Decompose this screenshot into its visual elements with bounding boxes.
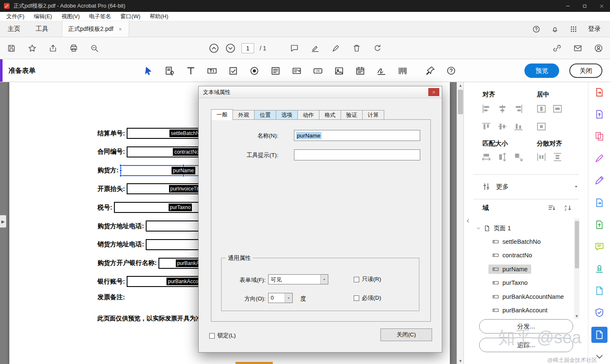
preview-button[interactable]: 预览 bbox=[524, 63, 559, 78]
tree-field-chip[interactable]: settleBatchNo bbox=[488, 237, 544, 246]
align-left-icon[interactable] bbox=[481, 103, 492, 114]
dialog-title-bar[interactable]: 文本域属性 bbox=[199, 86, 442, 98]
distribute-vertical-icon[interactable] bbox=[552, 152, 563, 163]
export-file-icon[interactable] bbox=[591, 195, 607, 211]
checkbox-field-icon[interactable] bbox=[228, 66, 238, 76]
tree-scroll-down-button[interactable]: ▼ bbox=[574, 313, 580, 319]
selection-handle[interactable] bbox=[182, 164, 185, 167]
center-vertical-icon[interactable] bbox=[552, 103, 563, 114]
barcode-field-icon[interactable] bbox=[397, 66, 408, 76]
dropdown-arrow-icon[interactable] bbox=[285, 293, 292, 303]
tree-field-item[interactable]: settleBatchNo bbox=[464, 235, 574, 248]
tree-scrollbar[interactable]: ▼ bbox=[574, 218, 580, 319]
add-text-icon[interactable] bbox=[186, 66, 196, 76]
protect-icon[interactable] bbox=[591, 305, 607, 321]
form-field-select[interactable]: 可见 bbox=[268, 274, 328, 284]
required-checkbox[interactable]: 必须(D) bbox=[354, 294, 381, 302]
align-middle-icon[interactable] bbox=[497, 121, 508, 132]
tab-close-icon[interactable] bbox=[118, 27, 123, 32]
tree-field-item[interactable]: purTaxno bbox=[464, 276, 574, 289]
align-top-icon[interactable] bbox=[481, 121, 492, 132]
document-scrollbar[interactable]: ▲ ▼ bbox=[457, 82, 463, 364]
menu-item[interactable]: 电子签名 bbox=[84, 13, 116, 20]
edit-pdf-icon[interactable] bbox=[591, 172, 607, 188]
page-number-input[interactable]: 1 bbox=[241, 43, 254, 53]
selection-handle[interactable] bbox=[119, 174, 122, 177]
menu-item[interactable]: 窗口(W) bbox=[116, 13, 145, 20]
dialog-tab-位置[interactable]: 位置 bbox=[254, 110, 276, 120]
dialog-tab-选项[interactable]: 选项 bbox=[276, 110, 298, 120]
menu-item[interactable]: 文件(F) bbox=[2, 13, 29, 20]
match-both-icon[interactable] bbox=[513, 152, 524, 163]
dialog-tab-验证[interactable]: 验证 bbox=[341, 110, 363, 120]
share-icon[interactable] bbox=[48, 44, 58, 53]
match-height-icon[interactable] bbox=[497, 152, 508, 163]
more-row[interactable]: 更多 bbox=[464, 180, 588, 194]
radio-field-icon[interactable] bbox=[249, 66, 260, 76]
zoom-out-icon[interactable] bbox=[90, 44, 99, 53]
minimize-button[interactable] bbox=[559, 0, 576, 12]
tree-scrollbar-thumb[interactable] bbox=[575, 221, 579, 268]
tree-field-chip[interactable]: contractNo bbox=[488, 251, 535, 260]
comment-tool-icon[interactable] bbox=[591, 239, 607, 255]
organize-pages-icon[interactable] bbox=[591, 128, 607, 144]
close-button[interactable] bbox=[593, 0, 610, 12]
scroll-down-button[interactable]: ▼ bbox=[457, 358, 464, 364]
tree-field-chip[interactable]: purBankAccount bbox=[488, 306, 551, 315]
tab-home[interactable]: 主页 bbox=[0, 21, 28, 37]
menu-item[interactable]: 视图(V) bbox=[57, 13, 84, 20]
print-icon[interactable] bbox=[69, 44, 78, 53]
field-name-input[interactable]: purName bbox=[294, 130, 420, 141]
export-pdf-icon[interactable] bbox=[591, 84, 607, 100]
signature-field-icon[interactable] bbox=[376, 66, 387, 76]
center-horizontal-icon[interactable] bbox=[536, 103, 547, 114]
select-arrow-icon[interactable] bbox=[143, 66, 154, 76]
highlighter-icon[interactable] bbox=[311, 44, 320, 53]
delete-icon[interactable] bbox=[352, 44, 361, 53]
track-button[interactable]: 追踪... bbox=[479, 338, 573, 352]
selection-handle[interactable] bbox=[182, 174, 185, 177]
sort-list-icon[interactable] bbox=[547, 203, 557, 212]
image-field-icon[interactable] bbox=[334, 66, 344, 76]
page-down-icon[interactable] bbox=[225, 43, 236, 54]
readonly-checkbox[interactable]: 只读(R) bbox=[354, 276, 381, 283]
bell-icon[interactable] bbox=[551, 25, 559, 33]
maximize-button[interactable] bbox=[576, 0, 593, 12]
help-circle-icon[interactable] bbox=[532, 25, 541, 33]
center-both-icon[interactable] bbox=[536, 121, 547, 132]
account-icon[interactable] bbox=[594, 44, 603, 53]
link-icon[interactable] bbox=[552, 44, 562, 53]
scan-ocr-icon[interactable] bbox=[591, 283, 607, 299]
tab-tools[interactable]: 工具 bbox=[28, 21, 56, 37]
cert-badge-icon[interactable] bbox=[164, 66, 175, 76]
dropdown-arrow-icon[interactable] bbox=[320, 275, 328, 284]
left-panel-expander[interactable]: ▶ bbox=[0, 215, 6, 228]
mail-icon[interactable] bbox=[573, 44, 582, 53]
list-box-field-icon[interactable] bbox=[270, 66, 281, 76]
comment-icon[interactable] bbox=[290, 44, 299, 53]
stamp-icon[interactable] bbox=[591, 261, 607, 277]
tree-field-chip[interactable]: purBankAccountName bbox=[488, 292, 567, 301]
pin-icon[interactable] bbox=[425, 66, 435, 76]
request-sign-icon[interactable] bbox=[591, 150, 607, 166]
distribute-horizontal-icon[interactable] bbox=[536, 152, 547, 163]
menu-item[interactable]: 帮助(H) bbox=[145, 13, 173, 20]
prepare-form-tool-icon[interactable] bbox=[591, 327, 607, 343]
chevron-down-icon[interactable] bbox=[476, 226, 481, 231]
distribute-button[interactable]: 分发... bbox=[479, 319, 573, 334]
dialog-close-action-button[interactable]: 关闭(C) bbox=[380, 328, 432, 341]
dialog-tab-计算[interactable]: 计算 bbox=[362, 110, 384, 120]
compress-pdf-icon[interactable] bbox=[591, 217, 607, 233]
dialog-close-button[interactable] bbox=[428, 88, 439, 96]
close-tool-button[interactable]: 关闭 bbox=[569, 63, 602, 78]
tooltip-input[interactable] bbox=[294, 149, 420, 160]
form-help-icon[interactable] bbox=[446, 66, 456, 76]
sort-az-icon[interactable]: AZ bbox=[563, 203, 573, 212]
sign-in-button[interactable]: 登录 bbox=[588, 25, 601, 33]
tree-field-item[interactable]: purName bbox=[464, 263, 574, 276]
page-up-icon[interactable] bbox=[208, 43, 219, 54]
text-field-icon[interactable] bbox=[207, 66, 217, 76]
dialog-tab-外观[interactable]: 外观 bbox=[233, 110, 255, 120]
tree-field-item[interactable]: contractNo bbox=[464, 249, 574, 262]
align-center-icon[interactable] bbox=[497, 103, 508, 114]
